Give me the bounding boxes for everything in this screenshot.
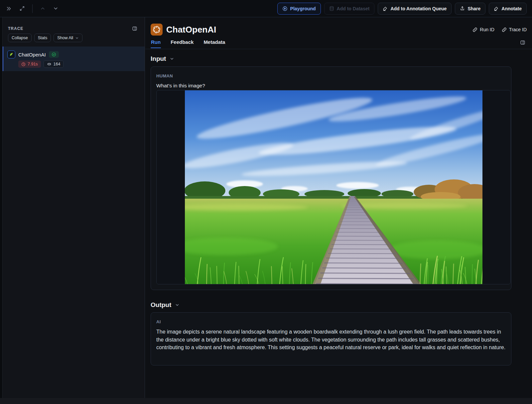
ai-message-text: The image depicts a serene natural lands… <box>156 328 506 352</box>
share-icon <box>460 6 465 11</box>
openai-logo <box>151 24 163 36</box>
add-to-annotation-queue-button[interactable]: Add to Annotation Queue <box>378 3 452 15</box>
ai-role-label: AI <box>156 319 161 324</box>
add-to-dataset-button-label: Add to Dataset <box>337 6 370 11</box>
expand-icon[interactable] <box>18 4 26 13</box>
boardwalk-landscape-photo <box>185 90 482 284</box>
trace-panel-title: TRACE <box>8 26 23 31</box>
run-title: ChatOpenAI <box>166 25 216 35</box>
playground-button[interactable]: Playground <box>277 3 321 15</box>
latency-value: 7.91s <box>28 62 38 66</box>
share-button[interactable]: Share <box>455 3 485 15</box>
play-circle-icon <box>282 6 288 11</box>
success-check-icon <box>49 51 59 58</box>
input-message-card: HUMAN What's in this image? <box>151 66 511 290</box>
detail-panel-toggle-icon[interactable] <box>519 39 527 47</box>
add-to-dataset-button[interactable]: Add to Dataset <box>324 3 375 15</box>
next-run-chevron-down-icon[interactable] <box>52 4 60 13</box>
tab-run[interactable]: Run <box>151 39 161 48</box>
attached-image[interactable] <box>156 90 511 284</box>
collapse-panel-icon[interactable] <box>5 4 13 13</box>
trace-tree-item-chatopenai[interactable]: ChatOpenAI 7.91s 164 <box>3 47 145 71</box>
run-id-link[interactable]: Run ID <box>472 27 494 32</box>
input-collapse-chevron-icon[interactable] <box>169 56 175 62</box>
add-to-annotation-queue-button-label: Add to Annotation Queue <box>390 6 447 11</box>
token-count-badge: 164 <box>44 60 64 68</box>
sidebar-panel-toggle-icon[interactable] <box>131 25 139 33</box>
stats-button-label: Stats <box>38 36 48 40</box>
link-icon <box>472 27 477 32</box>
database-icon <box>329 6 334 11</box>
pen-underline-icon <box>383 6 388 11</box>
bottom-scroll-band <box>0 398 532 404</box>
langsmith-trace-page: Playground Add to Dataset Add to Annotat… <box>0 0 532 404</box>
link-icon <box>502 27 507 32</box>
human-message-text: What's in this image? <box>156 83 205 89</box>
trace-id-link[interactable]: Trace ID <box>502 27 527 32</box>
tokens-icon <box>47 62 52 66</box>
show-all-dropdown[interactable]: Show All <box>54 34 82 42</box>
topbar: Playground Add to Dataset Add to Annotat… <box>0 0 532 17</box>
human-role-label: HUMAN <box>156 73 173 78</box>
run-detail-panel: ChatOpenAI Run ID Trace ID Run Feedba <box>145 17 532 404</box>
trace-sidebar: TRACE Collapse Stats Show All <box>0 17 145 404</box>
share-button-label: Share <box>467 6 480 11</box>
annotate-button-label: Annotate <box>501 6 522 11</box>
tab-feedback[interactable]: Feedback <box>170 39 194 48</box>
trace-controls: Collapse Stats Show All <box>8 34 82 42</box>
topbar-divider <box>32 4 33 13</box>
output-section-header: Output <box>151 301 180 309</box>
token-count-value: 164 <box>54 62 61 66</box>
run-tabs: Run Feedback Metadata <box>151 39 527 49</box>
previous-run-chevron-up-icon[interactable] <box>39 4 47 13</box>
chevron-down-icon <box>75 36 79 40</box>
tab-metadata[interactable]: Metadata <box>203 39 225 48</box>
clock-icon <box>21 62 26 66</box>
show-all-dropdown-label: Show All <box>57 36 73 40</box>
input-section-title: Input <box>151 55 166 62</box>
output-collapse-chevron-icon[interactable] <box>174 302 180 308</box>
collapsed-left-panel <box>0 17 3 404</box>
annotate-button[interactable]: Annotate <box>489 3 527 15</box>
pen-icon <box>494 6 499 11</box>
collapse-button[interactable]: Collapse <box>8 34 32 42</box>
input-section-header: Input <box>151 55 175 62</box>
playground-button-label: Playground <box>290 6 316 11</box>
output-section-title: Output <box>151 301 171 309</box>
langchain-parrot-icon <box>7 50 15 58</box>
trace-item-name: ChatOpenAI <box>18 52 46 57</box>
stats-button[interactable]: Stats <box>34 34 51 42</box>
output-message-card: AI The image depicts a serene natural la… <box>151 312 511 365</box>
run-id-link-label: Run ID <box>480 27 494 32</box>
collapse-button-label: Collapse <box>12 36 28 40</box>
tabs-divider <box>145 49 532 49</box>
latency-badge: 7.91s <box>18 60 41 68</box>
trace-id-link-label: Trace ID <box>509 27 527 32</box>
